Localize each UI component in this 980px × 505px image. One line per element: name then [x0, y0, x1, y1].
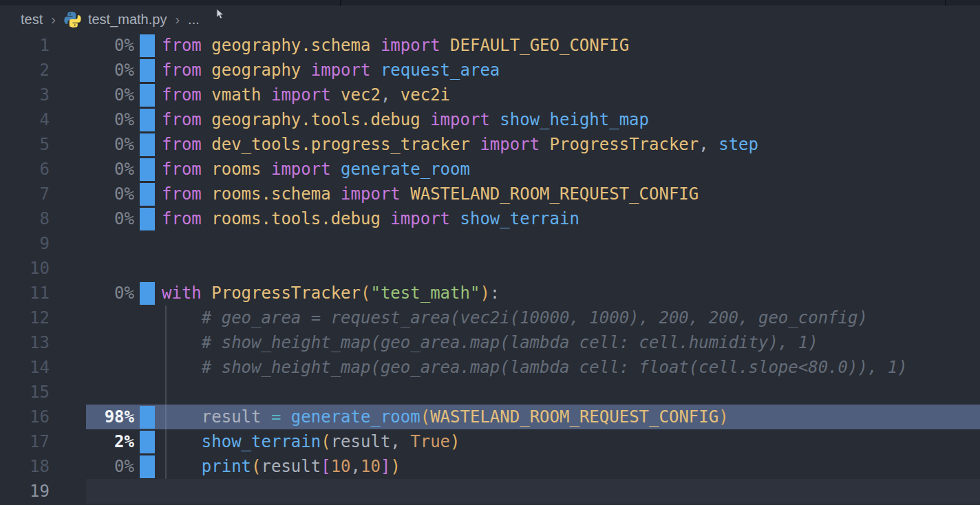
- code-text[interactable]: from rooms.schema import WASTELAND_ROOM_…: [162, 184, 699, 204]
- breadcrumb-folder[interactable]: test: [21, 12, 43, 28]
- code-line[interactable]: 1698% result = generate_room(WASTELAND_R…: [0, 405, 980, 429]
- code-line[interactable]: 10%from geography.schema import DEFAULT_…: [0, 33, 980, 58]
- code-line-content: 50%from dev_tools.progress_tracker impor…: [0, 132, 980, 157]
- profile-block: [140, 158, 155, 181]
- line-number[interactable]: 19: [0, 482, 50, 501]
- code-text[interactable]: from geography.schema import DEFAULT_GEO…: [162, 36, 629, 55]
- code-text[interactable]: # show_height_map(geo_area.map(lambda ce…: [162, 333, 818, 352]
- profile-block: [140, 59, 155, 82]
- token-fn: generate_room: [341, 160, 470, 179]
- code-line[interactable]: 70%from rooms.schema import WASTELAND_RO…: [0, 182, 980, 206]
- line-number[interactable]: 8: [0, 209, 50, 228]
- code-line[interactable]: 20%from geography import request_area: [0, 58, 980, 83]
- code-text[interactable]: result = generate_room(WASTELAND_ROOM_RE…: [162, 407, 729, 427]
- code-line[interactable]: 60%from rooms import generate_room: [0, 157, 980, 182]
- code-line-content: 110%with ProgressTracker("test_math"):: [0, 281, 980, 305]
- code-text[interactable]: from rooms.tools.debug import show_terra…: [162, 209, 579, 228]
- line-number[interactable]: 7: [0, 184, 50, 204]
- line-number[interactable]: 17: [0, 432, 50, 451]
- profile-percent: 0%: [50, 209, 134, 228]
- token-kw: import: [370, 36, 450, 55]
- code-text[interactable]: from geography.tools.debug import show_h…: [162, 110, 649, 129]
- code-text[interactable]: from geography import request_area: [162, 61, 500, 80]
- token-br1: ): [390, 457, 400, 476]
- indent-guide: [165, 454, 167, 479]
- token-pun: [162, 457, 202, 476]
- code-line[interactable]: 15: [0, 380, 980, 405]
- code-line[interactable]: 14 # show_height_map(geo_area.map(lambda…: [0, 355, 980, 380]
- code-line[interactable]: 13 # show_height_map(geo_area.map(lambda…: [0, 330, 980, 355]
- indent-guide: [165, 380, 167, 405]
- line-number[interactable]: 18: [0, 457, 50, 476]
- line-number[interactable]: 6: [0, 160, 50, 179]
- profile-percent: 98%: [50, 407, 134, 427]
- line-number[interactable]: 14: [0, 358, 50, 377]
- token-kw: from: [162, 184, 211, 204]
- tab-divider: [340, 0, 341, 6]
- token-com: # show_height_map(geo_area.map(lambda ce…: [162, 333, 818, 352]
- profile-percent: 0%: [50, 283, 134, 303]
- code-text[interactable]: # geo_area = request_area(vec2i(10000, 1…: [162, 308, 868, 327]
- line-number[interactable]: 12: [0, 308, 50, 327]
- profile-percent: 0%: [50, 110, 134, 129]
- line-number[interactable]: 10: [0, 259, 50, 278]
- token-kw: import: [262, 85, 341, 105]
- code-line-content: 80%from rooms.tools.debug import show_te…: [0, 206, 980, 231]
- profile-gutter: [134, 83, 155, 107]
- profile-gutter: [134, 256, 155, 281]
- code-line[interactable]: 30%from vmath import vec2, vec2i: [0, 83, 980, 107]
- code-line[interactable]: 172% show_terrain(result, True): [0, 429, 980, 454]
- code-text[interactable]: show_terrain(result, True): [162, 432, 460, 451]
- breadcrumb: test › test_math.py › ...: [0, 6, 980, 33]
- token-mod: vec2i: [401, 85, 450, 105]
- profile-block: [140, 406, 155, 429]
- code-text[interactable]: print(result[10,10]): [162, 457, 401, 476]
- code-line[interactable]: 19: [0, 479, 980, 504]
- code-line[interactable]: 40%from geography.tools.debug import sho…: [0, 107, 980, 132]
- line-number[interactable]: 15: [0, 383, 50, 402]
- code-line[interactable]: 180% print(result[10,10]): [0, 454, 980, 479]
- token-mod: ProgressTracker: [550, 135, 699, 154]
- code-line[interactable]: 80%from rooms.tools.debug import show_te…: [0, 206, 980, 231]
- token-fn: print: [202, 457, 251, 476]
- line-number[interactable]: 2: [0, 61, 50, 80]
- tab-strip: [0, 0, 980, 6]
- code-text[interactable]: from dev_tools.progress_tracker import P…: [162, 135, 758, 154]
- code-line[interactable]: 110%with ProgressTracker("test_math"):: [0, 281, 980, 305]
- token-mod: geography: [211, 61, 301, 80]
- profile-gutter: [134, 454, 155, 479]
- token-vr: result: [202, 407, 262, 427]
- token-mod: geography.schema: [211, 36, 370, 55]
- line-number[interactable]: 9: [0, 234, 50, 253]
- code-editor[interactable]: 10%from geography.schema import DEFAULT_…: [0, 33, 980, 504]
- profile-gutter: [134, 157, 155, 182]
- profile-percent: 2%: [50, 432, 134, 451]
- code-line[interactable]: 50%from dev_tools.progress_tracker impor…: [0, 132, 980, 157]
- line-number[interactable]: 5: [0, 135, 50, 154]
- code-line[interactable]: 9: [0, 231, 980, 256]
- code-text[interactable]: from vmath import vec2, vec2i: [162, 85, 450, 105]
- line-number[interactable]: 13: [0, 333, 50, 352]
- code-line[interactable]: 12 # geo_area = request_area(vec2i(10000…: [0, 305, 980, 330]
- profile-percent: 0%: [50, 160, 134, 179]
- code-line-content: 15: [0, 380, 980, 405]
- code-line[interactable]: 10: [0, 256, 980, 281]
- code-text[interactable]: with ProgressTracker("test_math"):: [162, 283, 500, 303]
- profile-gutter: [134, 231, 155, 256]
- code-text[interactable]: # show_height_map(geo_area.map(lambda ce…: [162, 358, 908, 377]
- line-number[interactable]: 1: [0, 36, 50, 55]
- token-br2: [: [321, 457, 330, 476]
- line-number[interactable]: 4: [0, 110, 50, 129]
- token-com: # geo_area = request_area(vec2i(10000, 1…: [162, 308, 868, 327]
- line-number[interactable]: 16: [0, 407, 50, 427]
- breadcrumb-file[interactable]: test_math.py: [88, 12, 167, 28]
- token-mod: vmath: [211, 85, 261, 105]
- line-number[interactable]: 11: [0, 283, 50, 303]
- profile-gutter: [134, 479, 155, 504]
- token-br1: (: [251, 457, 261, 476]
- profile-block: [140, 282, 155, 305]
- token-kw: with: [162, 283, 211, 303]
- code-text[interactable]: from rooms import generate_room: [162, 160, 470, 179]
- breadcrumb-symbol-ellipsis[interactable]: ...: [188, 12, 200, 28]
- line-number[interactable]: 3: [0, 85, 50, 105]
